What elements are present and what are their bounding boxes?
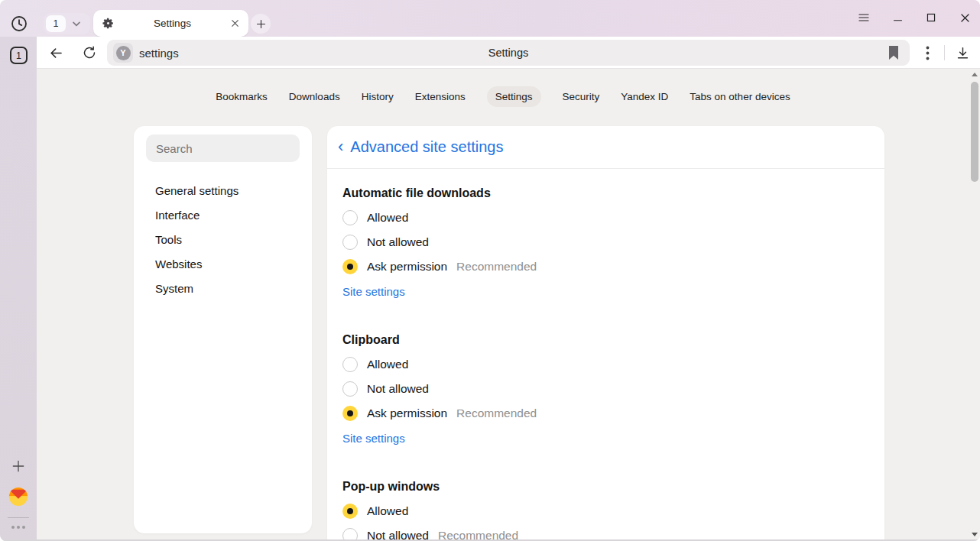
- radio-button[interactable]: [342, 381, 358, 397]
- radio-option-allowed[interactable]: Allowed: [342, 352, 869, 377]
- recommended-note: Recommended: [456, 407, 537, 420]
- search-input[interactable]: [146, 134, 300, 162]
- menu-icon: [858, 12, 870, 23]
- sidebar-item-general-settings[interactable]: General settings: [146, 179, 300, 203]
- nav-tab-tabs-on-other-devices[interactable]: Tabs on other devices: [690, 86, 790, 107]
- sidebar-item-interface[interactable]: Interface: [146, 203, 300, 228]
- maximize-button[interactable]: [925, 11, 937, 24]
- radio-option-ask-permission[interactable]: Ask permission Recommended: [342, 254, 869, 279]
- gear-icon: [102, 17, 115, 30]
- plus-icon: [255, 18, 267, 30]
- settings-category-list: General settings Interface Tools Website…: [146, 179, 300, 301]
- nav-tab-yandex-id[interactable]: Yandex ID: [621, 86, 668, 107]
- radio-button[interactable]: [342, 504, 358, 519]
- toolbar-separator: [944, 45, 945, 60]
- nav-tab-bookmarks[interactable]: Bookmarks: [216, 86, 268, 107]
- mail-app-button[interactable]: [8, 487, 28, 507]
- clock-icon: [10, 15, 28, 33]
- radio-label: Not allowed: [367, 382, 429, 396]
- nav-tab-extensions[interactable]: Extensions: [415, 86, 466, 107]
- nav-tab-downloads[interactable]: Downloads: [289, 86, 340, 107]
- section-title: Pop-up windows: [342, 478, 869, 496]
- plus-icon: [11, 458, 26, 474]
- more-dots-icon: [10, 524, 27, 530]
- scroll-down-icon[interactable]: [972, 533, 978, 536]
- radio-label: Allowed: [367, 358, 408, 371]
- url-text[interactable]: settings: [139, 40, 179, 66]
- sidebar-item-system[interactable]: System: [146, 277, 300, 301]
- sidebar-tab-counter[interactable]: 1: [10, 47, 28, 64]
- back-arrow-icon: [48, 45, 64, 61]
- radio-option-allowed[interactable]: Allowed: [342, 206, 869, 230]
- radio-button[interactable]: [342, 357, 358, 372]
- nav-tab-history[interactable]: History: [362, 86, 394, 107]
- download-icon: [956, 46, 970, 60]
- radio-group: Allowed Not allowed Recommended: [342, 499, 869, 541]
- close-icon[interactable]: [230, 18, 240, 28]
- tab-strip: 1 Settings: [0, 0, 980, 37]
- tab-group-control[interactable]: 1: [44, 13, 90, 34]
- radio-button[interactable]: [342, 210, 358, 225]
- toolbar-more-button[interactable]: [917, 43, 937, 63]
- back-button[interactable]: [46, 43, 66, 63]
- section-pop-up-windows: Pop-up windows Allowed Not allowed Recom…: [342, 478, 869, 541]
- sidebar-item-tools[interactable]: Tools: [146, 228, 300, 252]
- radio-button[interactable]: [342, 259, 358, 274]
- settings-sidebar-panel: General settings Interface Tools Website…: [134, 126, 312, 533]
- bookmark-icon: [888, 45, 900, 60]
- sidebar-add-button[interactable]: [11, 458, 26, 474]
- minimize-icon: [892, 12, 904, 23]
- section-title: Clipboard: [342, 331, 869, 349]
- radio-option-allowed[interactable]: Allowed: [342, 499, 869, 523]
- history-clock-button[interactable]: [10, 15, 28, 33]
- radio-option-not-allowed[interactable]: Not allowed Recommended: [342, 523, 869, 541]
- nav-tab-settings[interactable]: Settings: [487, 86, 541, 107]
- section-clipboard: Clipboard Allowed Not allowed Ask permis…: [342, 331, 869, 450]
- section-title: Automatic file downloads: [342, 184, 869, 202]
- settings-nav: Bookmarks Downloads History Extensions S…: [37, 86, 969, 107]
- site-favicon: Y: [113, 43, 133, 63]
- nav-tab-security[interactable]: Security: [563, 86, 600, 107]
- yandex-favicon: Y: [116, 46, 131, 60]
- link-row: Site settings: [342, 426, 869, 450]
- close-window-button[interactable]: [959, 11, 971, 24]
- bookmark-button[interactable]: [888, 45, 900, 60]
- reload-button[interactable]: [80, 43, 99, 63]
- site-settings-link[interactable]: Site settings: [342, 285, 405, 298]
- omnibox-page-title: Settings: [107, 40, 910, 66]
- omnibox[interactable]: Y settings Settings: [107, 40, 910, 66]
- radio-label: Not allowed: [367, 235, 429, 249]
- section-automatic-file-downloads: Automatic file downloads Allowed Not all…: [342, 184, 869, 303]
- radio-button[interactable]: [342, 235, 358, 250]
- sidebar-item-websites[interactable]: Websites: [146, 252, 300, 277]
- radio-option-not-allowed[interactable]: Not allowed: [342, 377, 869, 401]
- radio-button[interactable]: [342, 406, 358, 421]
- address-toolbar: Y settings Settings: [37, 37, 980, 69]
- radio-option-ask-permission[interactable]: Ask permission Recommended: [342, 401, 869, 426]
- radio-option-not-allowed[interactable]: Not allowed: [342, 230, 869, 254]
- tab-group-count: 1: [46, 15, 66, 32]
- chevron-down-icon[interactable]: [70, 18, 83, 30]
- page-title: Advanced site settings: [350, 138, 503, 156]
- new-tab-button[interactable]: [251, 14, 271, 34]
- left-sidebar-rail: 1: [0, 37, 37, 541]
- site-settings-link[interactable]: Site settings: [342, 432, 405, 445]
- recommended-note: Recommended: [456, 260, 537, 274]
- scroll-up-icon[interactable]: [972, 73, 978, 76]
- vertical-scrollbar[interactable]: [969, 69, 980, 541]
- scrollbar-thumb[interactable]: [971, 82, 978, 182]
- radio-label: Allowed: [367, 211, 408, 225]
- tab-title: Settings: [115, 18, 230, 29]
- advanced-settings-header[interactable]: ‹ Advanced site settings: [327, 126, 884, 169]
- downloads-button[interactable]: [952, 43, 972, 63]
- radio-group: Allowed Not allowed Ask permission Recom…: [342, 352, 869, 426]
- page-content: Bookmarks Downloads History Extensions S…: [37, 69, 980, 541]
- reload-icon: [82, 45, 97, 60]
- browser-tab-settings[interactable]: Settings: [93, 10, 248, 37]
- menu-button[interactable]: [858, 11, 870, 24]
- sidebar-divider: [8, 517, 29, 518]
- sidebar-more-button[interactable]: [10, 524, 27, 530]
- link-row: Site settings: [342, 279, 869, 303]
- browser-window: 1 Settings: [0, 0, 980, 541]
- minimize-button[interactable]: [891, 11, 904, 24]
